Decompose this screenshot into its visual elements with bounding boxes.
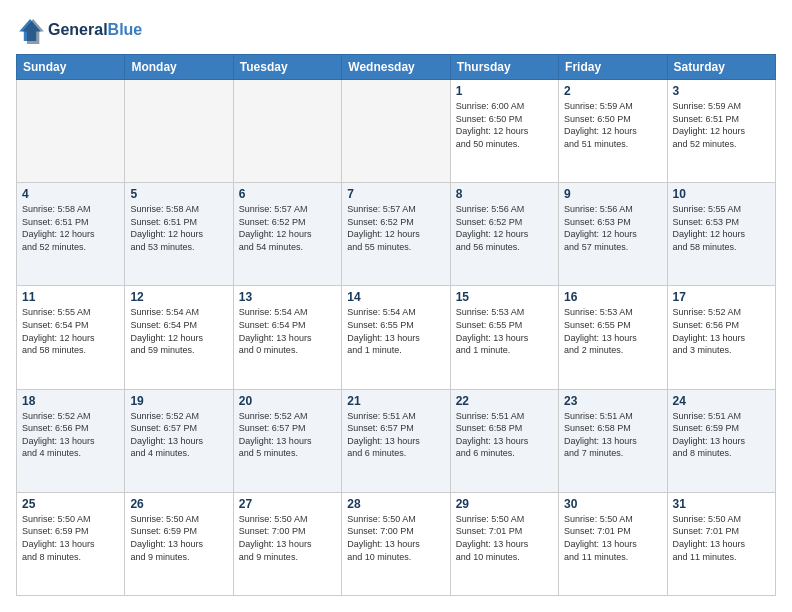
calendar-cell: 6Sunrise: 5:57 AM Sunset: 6:52 PM Daylig… <box>233 183 341 286</box>
calendar-cell: 25Sunrise: 5:50 AM Sunset: 6:59 PM Dayli… <box>17 492 125 595</box>
day-info: Sunrise: 5:52 AM Sunset: 6:56 PM Dayligh… <box>22 410 119 460</box>
day-info: Sunrise: 5:52 AM Sunset: 6:57 PM Dayligh… <box>239 410 336 460</box>
day-info: Sunrise: 5:50 AM Sunset: 7:00 PM Dayligh… <box>347 513 444 563</box>
day-number: 5 <box>130 187 227 201</box>
calendar-cell <box>125 80 233 183</box>
weekday-header-row: SundayMondayTuesdayWednesdayThursdayFrid… <box>17 55 776 80</box>
day-number: 2 <box>564 84 661 98</box>
day-number: 4 <box>22 187 119 201</box>
calendar-cell <box>342 80 450 183</box>
day-info: Sunrise: 5:51 AM Sunset: 6:58 PM Dayligh… <box>456 410 553 460</box>
day-number: 6 <box>239 187 336 201</box>
day-info: Sunrise: 5:54 AM Sunset: 6:55 PM Dayligh… <box>347 306 444 356</box>
day-info: Sunrise: 5:51 AM Sunset: 6:57 PM Dayligh… <box>347 410 444 460</box>
day-number: 14 <box>347 290 444 304</box>
day-info: Sunrise: 5:54 AM Sunset: 6:54 PM Dayligh… <box>239 306 336 356</box>
day-number: 17 <box>673 290 770 304</box>
calendar-cell: 15Sunrise: 5:53 AM Sunset: 6:55 PM Dayli… <box>450 286 558 389</box>
calendar-cell: 8Sunrise: 5:56 AM Sunset: 6:52 PM Daylig… <box>450 183 558 286</box>
day-number: 11 <box>22 290 119 304</box>
calendar-cell: 27Sunrise: 5:50 AM Sunset: 7:00 PM Dayli… <box>233 492 341 595</box>
weekday-header-saturday: Saturday <box>667 55 775 80</box>
calendar-cell: 21Sunrise: 5:51 AM Sunset: 6:57 PM Dayli… <box>342 389 450 492</box>
week-row-5: 25Sunrise: 5:50 AM Sunset: 6:59 PM Dayli… <box>17 492 776 595</box>
day-number: 8 <box>456 187 553 201</box>
weekday-header-wednesday: Wednesday <box>342 55 450 80</box>
day-number: 7 <box>347 187 444 201</box>
day-info: Sunrise: 5:51 AM Sunset: 6:59 PM Dayligh… <box>673 410 770 460</box>
calendar-cell: 1Sunrise: 6:00 AM Sunset: 6:50 PM Daylig… <box>450 80 558 183</box>
calendar-cell: 16Sunrise: 5:53 AM Sunset: 6:55 PM Dayli… <box>559 286 667 389</box>
day-info: Sunrise: 5:55 AM Sunset: 6:54 PM Dayligh… <box>22 306 119 356</box>
day-number: 16 <box>564 290 661 304</box>
calendar-cell <box>17 80 125 183</box>
day-number: 19 <box>130 394 227 408</box>
day-number: 22 <box>456 394 553 408</box>
day-number: 20 <box>239 394 336 408</box>
calendar-cell: 17Sunrise: 5:52 AM Sunset: 6:56 PM Dayli… <box>667 286 775 389</box>
calendar-cell: 3Sunrise: 5:59 AM Sunset: 6:51 PM Daylig… <box>667 80 775 183</box>
day-number: 28 <box>347 497 444 511</box>
day-info: Sunrise: 5:50 AM Sunset: 6:59 PM Dayligh… <box>22 513 119 563</box>
calendar-cell: 4Sunrise: 5:58 AM Sunset: 6:51 PM Daylig… <box>17 183 125 286</box>
day-number: 24 <box>673 394 770 408</box>
day-number: 3 <box>673 84 770 98</box>
day-number: 26 <box>130 497 227 511</box>
day-number: 18 <box>22 394 119 408</box>
week-row-3: 11Sunrise: 5:55 AM Sunset: 6:54 PM Dayli… <box>17 286 776 389</box>
calendar-table: SundayMondayTuesdayWednesdayThursdayFrid… <box>16 54 776 596</box>
logo-text: GeneralBlue <box>48 21 142 39</box>
calendar-cell: 26Sunrise: 5:50 AM Sunset: 6:59 PM Dayli… <box>125 492 233 595</box>
calendar-cell: 2Sunrise: 5:59 AM Sunset: 6:50 PM Daylig… <box>559 80 667 183</box>
day-number: 15 <box>456 290 553 304</box>
day-info: Sunrise: 6:00 AM Sunset: 6:50 PM Dayligh… <box>456 100 553 150</box>
week-row-1: 1Sunrise: 6:00 AM Sunset: 6:50 PM Daylig… <box>17 80 776 183</box>
day-number: 25 <box>22 497 119 511</box>
day-info: Sunrise: 5:51 AM Sunset: 6:58 PM Dayligh… <box>564 410 661 460</box>
day-number: 30 <box>564 497 661 511</box>
day-number: 29 <box>456 497 553 511</box>
day-number: 31 <box>673 497 770 511</box>
weekday-header-thursday: Thursday <box>450 55 558 80</box>
day-info: Sunrise: 5:52 AM Sunset: 6:57 PM Dayligh… <box>130 410 227 460</box>
day-number: 23 <box>564 394 661 408</box>
calendar-cell: 7Sunrise: 5:57 AM Sunset: 6:52 PM Daylig… <box>342 183 450 286</box>
calendar-cell: 19Sunrise: 5:52 AM Sunset: 6:57 PM Dayli… <box>125 389 233 492</box>
calendar-cell: 24Sunrise: 5:51 AM Sunset: 6:59 PM Dayli… <box>667 389 775 492</box>
calendar-cell <box>233 80 341 183</box>
week-row-2: 4Sunrise: 5:58 AM Sunset: 6:51 PM Daylig… <box>17 183 776 286</box>
day-info: Sunrise: 5:56 AM Sunset: 6:53 PM Dayligh… <box>564 203 661 253</box>
day-number: 10 <box>673 187 770 201</box>
week-row-4: 18Sunrise: 5:52 AM Sunset: 6:56 PM Dayli… <box>17 389 776 492</box>
calendar-cell: 23Sunrise: 5:51 AM Sunset: 6:58 PM Dayli… <box>559 389 667 492</box>
calendar-cell: 13Sunrise: 5:54 AM Sunset: 6:54 PM Dayli… <box>233 286 341 389</box>
day-number: 21 <box>347 394 444 408</box>
calendar-cell: 20Sunrise: 5:52 AM Sunset: 6:57 PM Dayli… <box>233 389 341 492</box>
day-number: 13 <box>239 290 336 304</box>
day-info: Sunrise: 5:57 AM Sunset: 6:52 PM Dayligh… <box>239 203 336 253</box>
calendar-cell: 10Sunrise: 5:55 AM Sunset: 6:53 PM Dayli… <box>667 183 775 286</box>
weekday-header-monday: Monday <box>125 55 233 80</box>
calendar-cell: 14Sunrise: 5:54 AM Sunset: 6:55 PM Dayli… <box>342 286 450 389</box>
logo-icon <box>16 16 44 44</box>
weekday-header-friday: Friday <box>559 55 667 80</box>
calendar-cell: 22Sunrise: 5:51 AM Sunset: 6:58 PM Dayli… <box>450 389 558 492</box>
calendar-cell: 29Sunrise: 5:50 AM Sunset: 7:01 PM Dayli… <box>450 492 558 595</box>
day-info: Sunrise: 5:53 AM Sunset: 6:55 PM Dayligh… <box>456 306 553 356</box>
calendar-cell: 9Sunrise: 5:56 AM Sunset: 6:53 PM Daylig… <box>559 183 667 286</box>
day-info: Sunrise: 5:52 AM Sunset: 6:56 PM Dayligh… <box>673 306 770 356</box>
day-info: Sunrise: 5:59 AM Sunset: 6:50 PM Dayligh… <box>564 100 661 150</box>
calendar-cell: 30Sunrise: 5:50 AM Sunset: 7:01 PM Dayli… <box>559 492 667 595</box>
day-number: 9 <box>564 187 661 201</box>
calendar-page: GeneralBlue SundayMondayTuesdayWednesday… <box>0 0 792 612</box>
day-info: Sunrise: 5:50 AM Sunset: 7:01 PM Dayligh… <box>673 513 770 563</box>
day-info: Sunrise: 5:50 AM Sunset: 7:00 PM Dayligh… <box>239 513 336 563</box>
day-number: 1 <box>456 84 553 98</box>
header: GeneralBlue <box>16 16 776 44</box>
day-info: Sunrise: 5:53 AM Sunset: 6:55 PM Dayligh… <box>564 306 661 356</box>
day-number: 12 <box>130 290 227 304</box>
day-info: Sunrise: 5:58 AM Sunset: 6:51 PM Dayligh… <box>130 203 227 253</box>
calendar-cell: 28Sunrise: 5:50 AM Sunset: 7:00 PM Dayli… <box>342 492 450 595</box>
calendar-cell: 12Sunrise: 5:54 AM Sunset: 6:54 PM Dayli… <box>125 286 233 389</box>
calendar-cell: 11Sunrise: 5:55 AM Sunset: 6:54 PM Dayli… <box>17 286 125 389</box>
